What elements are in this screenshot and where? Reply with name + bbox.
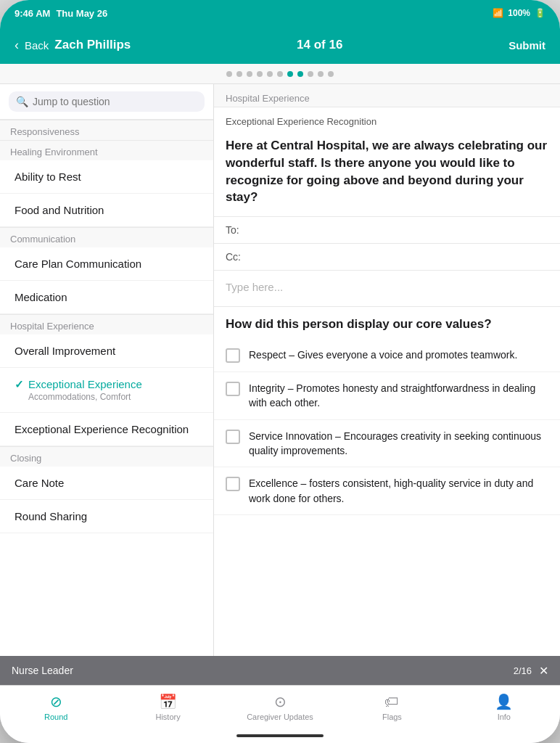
sidebar-item-content: Round Sharing [15,510,87,522]
checkmark-icon: ✓ [15,378,24,391]
checkbox-service-input[interactable] [226,430,240,444]
checkbox-service-innovation: Service Innovation – Encourages creativi… [214,420,560,468]
to-field-row: To: [214,217,560,244]
checkbox-excellence-input[interactable] [226,477,240,491]
checkbox-respect-input[interactable] [226,348,240,363]
sidebar-item-care-plan[interactable]: Care Plan Communication [0,247,213,281]
to-label: To: [226,224,243,236]
bottom-banner: Nurse Leader 2/16 ✕ [0,656,560,685]
sidebar-item-care-note[interactable]: Care Note [0,467,213,500]
dot-4 [257,71,263,77]
sidebar-section-responsiveness: Responsiveness [0,120,213,140]
submit-button[interactable]: Submit [508,39,545,52]
tab-info-label: Info [498,713,511,721]
sidebar-item-content: Medication [15,291,67,303]
history-icon: 📅 [159,693,177,710]
checkbox-respect-label: Respect – Gives everyone a voice and pro… [249,348,517,362]
checkbox-integrity-input[interactable] [226,382,240,396]
sidebar-item-content: Ability to Rest [15,171,81,183]
tab-caregiver-label: Caregiver Updates [247,713,313,721]
tab-flags-label: Flags [382,713,402,721]
back-arrow-icon: ‹ [15,38,19,53]
sidebar-item-ability-to-rest[interactable]: Ability to Rest [0,160,213,194]
search-icon: 🔍 [16,96,28,107]
battery-level: 100% [508,8,530,18]
sidebar-item-round-sharing[interactable]: Round Sharing [0,500,213,533]
wifi-icon: 📶 [493,8,503,18]
status-bar: 9:46 AM Thu May 26 📶 100% 🔋 [0,0,560,26]
search-box: 🔍 [0,84,213,120]
search-input[interactable] [33,96,197,107]
checkbox-respect: Respect – Gives everyone a voice and pro… [214,339,560,372]
dot-11 [328,71,334,77]
main-content: 🔍 Responsiveness Healing Environment Abi… [0,84,560,656]
status-date: Thu May 26 [56,8,107,19]
home-indicator [0,728,560,743]
flags-icon: 🏷 [384,694,399,710]
sidebar-item-content: Food and Nutrition [15,204,104,216]
tab-round[interactable]: ⊘ Round [0,693,112,721]
rp-section-label: Hospital Experience [214,84,560,107]
sidebar-item-medication[interactable]: Medication [0,281,213,314]
info-icon: 👤 [495,693,513,710]
sidebar: 🔍 Responsiveness Healing Environment Abi… [0,84,214,656]
sidebar-section-healing: Healing Environment [0,140,213,160]
rp-question-label: Exceptional Experience Recognition [214,107,560,130]
dot-3 [247,71,252,77]
checkbox-excellence: Excellence – fosters consistent, high-qu… [214,467,560,515]
cc-field-row: Cc: [214,244,560,271]
type-here-area[interactable]: Type here... [214,271,560,307]
dot-10 [318,71,324,77]
status-bar-left: 9:46 AM Thu May 26 [15,8,107,19]
banner-label: Nurse Leader [12,665,73,676]
checkbox-service-label: Service Innovation – Encourages creativi… [249,429,548,459]
checkbox-excellence-label: Excellence – fosters consistent, high-qu… [249,476,548,506]
dot-6 [277,71,283,77]
status-time: 9:46 AM [15,8,50,19]
dot-5 [267,71,273,77]
sidebar-item-exceptional-experience[interactable]: ✓ Exceptional Experience Accommodations,… [0,368,213,413]
caregiver-icon: ⊙ [274,693,287,710]
header-left: ‹ Back Zach Phillips [15,38,131,53]
sidebar-item-food-nutrition[interactable]: Food and Nutrition [0,194,213,227]
sidebar-item-content: Exceptional Experience Recognition [15,423,189,435]
back-button[interactable]: Back [25,39,49,52]
dot-8 [297,71,303,77]
tab-flags[interactable]: 🏷 Flags [336,694,448,721]
sidebar-item-content: Overall Improvement [15,345,115,357]
tab-history[interactable]: 📅 History [112,693,223,721]
device-frame: 9:46 AM Thu May 26 📶 100% 🔋 ‹ Back Zach … [0,0,560,743]
home-bar [236,734,324,737]
sidebar-item-exceptional-recognition[interactable]: Exceptional Experience Recognition [0,413,213,446]
sidebar-item-overall-improvement[interactable]: Overall Improvement [0,334,213,368]
status-bar-right: 📶 100% 🔋 [493,8,545,18]
dot-7 [287,71,293,77]
header: ‹ Back Zach Phillips 14 of 16 Submit [0,26,560,64]
dot-1 [226,71,232,77]
sidebar-item-content: Care Plan Communication [15,258,141,270]
sidebar-item-content: Exceptional Experience Accommodations, C… [28,378,142,402]
tab-history-label: History [155,713,180,721]
progress-dots [0,64,560,84]
banner-count: 2/16 [514,665,532,676]
dot-2 [236,71,242,77]
sidebar-item-content: Care Note [15,477,64,489]
banner-close-icon[interactable]: ✕ [539,664,548,678]
tab-info[interactable]: 👤 Info [448,693,560,721]
tab-bar: ⊘ Round 📅 History ⊙ Caregiver Updates 🏷 … [0,685,560,728]
round-icon: ⊘ [50,693,62,710]
battery-icon: 🔋 [535,8,545,18]
sidebar-section-communication: Communication [0,227,213,247]
dot-9 [308,71,313,77]
rp-main-question: Here at Central Hospital, we are always … [214,130,560,217]
tab-caregiver-updates[interactable]: ⊙ Caregiver Updates [224,693,336,721]
right-panel: Hospital Experience Exceptional Experien… [214,84,560,656]
banner-right: 2/16 ✕ [514,664,548,678]
patient-name: Zach Phillips [54,38,131,52]
progress-indicator: 14 of 16 [297,38,342,52]
checkbox-integrity-label: Integrity – Promotes honesty and straigh… [249,381,548,411]
cc-label: Cc: [226,251,243,263]
rp-sub-question: How did this person display our core val… [214,307,560,339]
search-input-wrap[interactable]: 🔍 [9,91,205,112]
sidebar-section-hospital-exp: Hospital Experience [0,314,213,334]
